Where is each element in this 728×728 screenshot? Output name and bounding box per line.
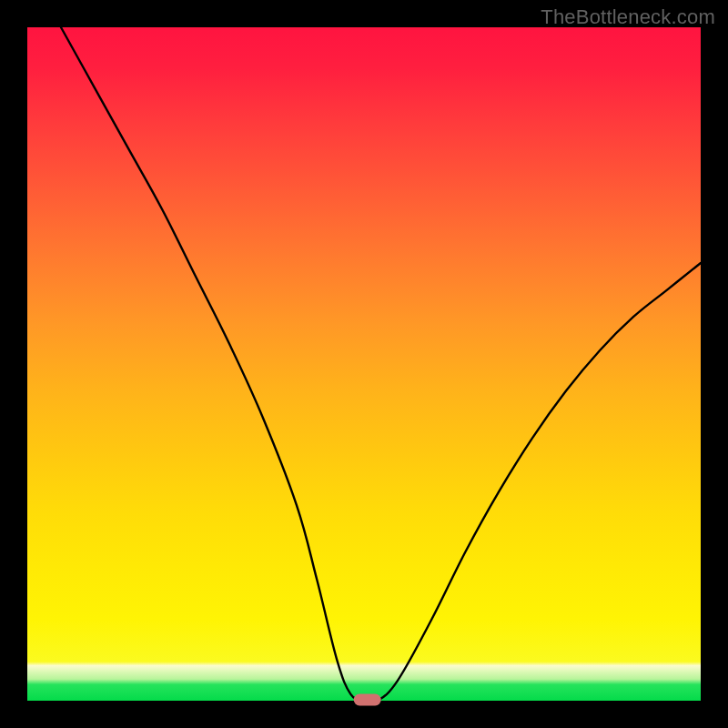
- minimum-marker-pill: [354, 694, 381, 706]
- chart-container: TheBottleneck.com: [0, 0, 728, 728]
- watermark-text: TheBottleneck.com: [541, 5, 715, 29]
- plot-area: [27, 27, 701, 701]
- curve-svg: [27, 27, 701, 701]
- bottleneck-curve: [61, 27, 701, 703]
